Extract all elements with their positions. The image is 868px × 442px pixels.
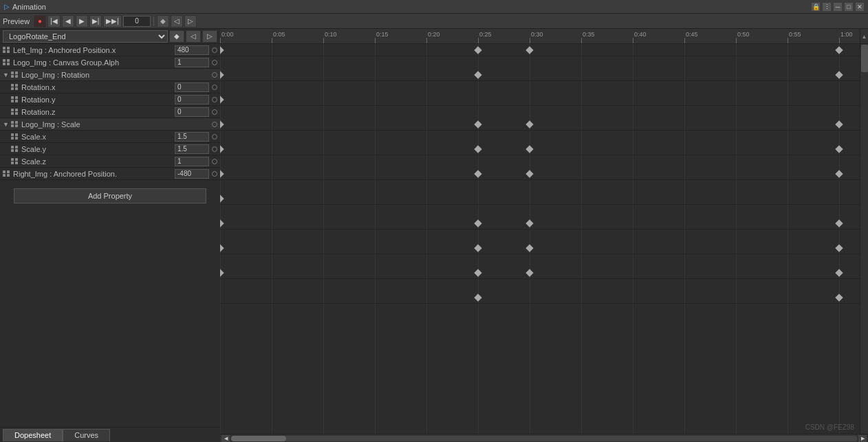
keyframe-diamond[interactable] xyxy=(474,170,481,177)
keyframe-diamond[interactable] xyxy=(835,145,843,153)
keyframe-diamond[interactable] xyxy=(835,170,843,177)
prop-value-scale-z[interactable] xyxy=(175,157,209,166)
clip-selector[interactable]: LogoRotate_End xyxy=(3,30,168,43)
prop-row-rotation-header: ▼ Logo_Img : Rotation xyxy=(0,69,220,81)
keyframe-diamond[interactable] xyxy=(220,195,224,202)
keyframe-diamond[interactable] xyxy=(835,120,843,128)
prop-circle-rotation-header[interactable] xyxy=(210,71,219,79)
keyframe-diamond[interactable] xyxy=(474,120,481,128)
play-button[interactable]: ▶ xyxy=(76,15,88,27)
keyframe-diamond[interactable] xyxy=(835,244,843,252)
prop-circle-logo-canvas[interactable] xyxy=(210,58,219,67)
frame-input[interactable] xyxy=(123,16,151,27)
keyframe-diamond[interactable] xyxy=(220,120,224,128)
keyframe-diamond[interactable] xyxy=(220,170,224,177)
prop-circle-rotation-z[interactable] xyxy=(210,108,219,116)
hscroll-left-btn[interactable]: ◀ xyxy=(221,435,230,442)
next-keyframe-button[interactable]: ▷ xyxy=(184,15,197,27)
keyframe-diamond[interactable] xyxy=(220,71,224,78)
keyframe-diamond[interactable] xyxy=(525,269,533,276)
prop-value-rotation-y[interactable] xyxy=(175,95,209,104)
clip-key-btn[interactable]: ◆ xyxy=(169,30,184,43)
prop-circle-left-img[interactable] xyxy=(210,46,219,54)
prop-circle-scale-x[interactable] xyxy=(210,133,219,141)
keyframe-button[interactable]: ◆ xyxy=(157,15,169,27)
prop-icon-scale-x xyxy=(11,133,20,140)
keyframe-diamond[interactable] xyxy=(220,46,224,54)
prop-circle-rotation-y[interactable] xyxy=(210,96,219,104)
main-content: LogoRotate_End ◆ ◁ ▷ xyxy=(0,29,868,442)
keyframe-diamond[interactable] xyxy=(835,46,843,54)
prop-value-logo-canvas[interactable] xyxy=(175,58,209,67)
prev-frame-button[interactable]: ◀ xyxy=(62,15,74,27)
keyframe-diamond[interactable] xyxy=(835,219,843,227)
add-property-container: Add Property xyxy=(0,180,220,212)
menu-button[interactable]: ⋮ xyxy=(823,3,831,11)
keyframe-diamond[interactable] xyxy=(525,244,533,252)
keyframe-diamond[interactable] xyxy=(474,294,481,301)
ruler-tick: 0:10 xyxy=(323,31,337,43)
keyframe-diamond[interactable] xyxy=(220,96,224,103)
prev-keyframe-button[interactable]: ◁ xyxy=(171,15,183,27)
left-panel: LogoRotate_End ◆ ◁ ▷ xyxy=(0,29,220,442)
vscrollbar[interactable] xyxy=(860,44,868,434)
keyframe-diamond[interactable] xyxy=(474,145,481,153)
keyframe-diamond[interactable] xyxy=(220,244,224,252)
keyframe-diamond[interactable] xyxy=(835,269,843,276)
title-bar-left: ▷ Animation xyxy=(4,3,46,11)
ruler-tick: 0:05 xyxy=(272,31,285,43)
keyframe-diamond[interactable] xyxy=(525,170,533,177)
vscroll-up[interactable]: ▲ xyxy=(860,29,868,44)
add-property-button[interactable]: Add Property xyxy=(14,188,206,203)
prop-circle-scale-y[interactable] xyxy=(210,145,219,153)
timeline-ruler: 0:000:050:100:150:200:250:300:350:400:45… xyxy=(220,29,868,44)
ruler-tick: 0:20 xyxy=(426,31,440,43)
prop-value-rotation-z[interactable] xyxy=(175,107,209,117)
keyframe-diamond[interactable] xyxy=(835,294,843,301)
keyframe-diamond[interactable] xyxy=(474,269,481,276)
keyframe-diamond[interactable] xyxy=(474,71,481,78)
ruler-tick: 0:25 xyxy=(478,31,492,43)
keyframe-diamond[interactable] xyxy=(525,46,533,54)
prop-name-scale-z: Scale.z xyxy=(21,157,175,166)
vscroll-thumb[interactable] xyxy=(861,45,868,72)
expand-scale[interactable]: ▼ xyxy=(3,121,11,128)
hscroll-right-btn[interactable]: ▶ xyxy=(858,435,867,442)
maximize-button[interactable]: □ xyxy=(845,3,853,11)
keyframe-diamond[interactable] xyxy=(835,71,843,78)
prop-circle-rotation-x[interactable] xyxy=(210,83,219,91)
keyframe-diamond[interactable] xyxy=(525,120,533,128)
lock-button[interactable]: 🔒 xyxy=(812,3,820,11)
keyframe-diamond[interactable] xyxy=(220,269,224,276)
close-button[interactable]: ✕ xyxy=(856,3,864,11)
keyframe-diamond[interactable] xyxy=(525,219,533,227)
skip-start-button[interactable]: |◀ xyxy=(47,15,61,27)
keyframe-diamond[interactable] xyxy=(525,145,533,153)
tab-dopesheet[interactable]: Dopesheet xyxy=(3,429,63,441)
keyframe-diamond[interactable] xyxy=(474,244,481,252)
keyframe-diamond[interactable] xyxy=(474,219,481,227)
timeline-tracks-container[interactable] xyxy=(220,44,868,434)
tab-curves[interactable]: Curves xyxy=(63,429,110,441)
record-button[interactable]: ● xyxy=(34,15,46,27)
next-frame-button[interactable]: ▶| xyxy=(89,15,102,27)
prop-value-left-img[interactable] xyxy=(175,45,209,55)
prop-value-scale-x[interactable] xyxy=(175,132,209,142)
prop-circle-scale-header[interactable] xyxy=(210,120,219,129)
skip-end-button[interactable]: ▶▶| xyxy=(103,15,122,27)
keyframe-diamond[interactable] xyxy=(474,46,481,54)
keyframe-diamond[interactable] xyxy=(220,219,224,227)
keyframe-diamond[interactable] xyxy=(220,145,224,153)
expand-rotation[interactable]: ▼ xyxy=(3,71,11,78)
clip-prev-btn[interactable]: ◁ xyxy=(186,30,201,43)
prop-value-scale-y[interactable] xyxy=(175,144,209,154)
prop-value-rotation-x[interactable] xyxy=(175,82,209,92)
timeline-track-row xyxy=(220,93,868,106)
hscroll-thumb[interactable] xyxy=(231,436,286,441)
clip-next-btn[interactable]: ▷ xyxy=(202,30,217,43)
prop-value-right-img[interactable] xyxy=(175,169,209,179)
prop-circle-scale-z[interactable] xyxy=(210,157,219,166)
minimize-button[interactable]: ─ xyxy=(834,3,842,11)
prop-row-scale-header: ▼ Logo_Img : Scale xyxy=(0,118,220,131)
prop-circle-right-img[interactable] xyxy=(210,170,219,178)
